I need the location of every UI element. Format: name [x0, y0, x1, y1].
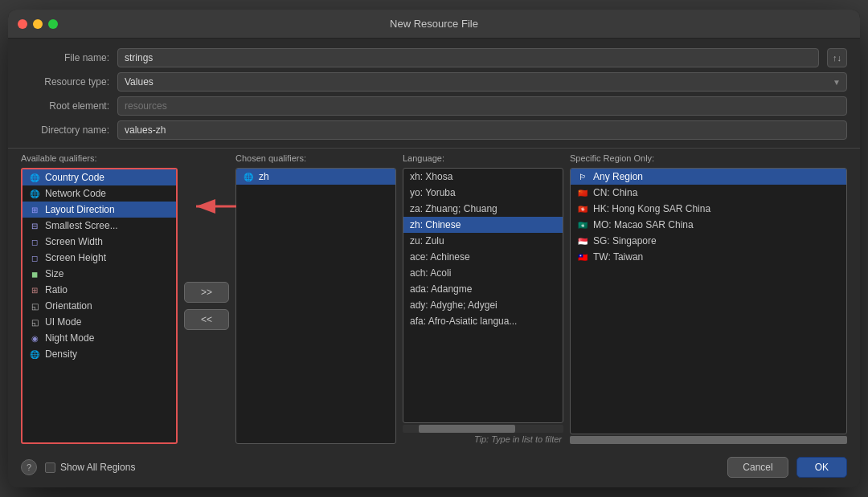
traffic-lights [18, 19, 58, 29]
file-name-label: File name: [21, 52, 109, 63]
language-item[interactable]: zh: Chinese [403, 217, 563, 233]
minimize-button[interactable] [33, 19, 43, 29]
list-item-label: Screen Height [45, 252, 106, 263]
language-panel: Language: xh: Xhosa yo: Yoruba za: Zhuan… [403, 152, 563, 444]
chosen-qualifier-label: zh [259, 171, 269, 182]
form-area: File name: ↑↓ Resource type: Values ▼ Ro… [8, 39, 860, 145]
language-scrollbar[interactable] [403, 425, 563, 433]
ok-button[interactable]: OK [796, 457, 847, 478]
list-item-label: Network Code [45, 188, 106, 199]
flag-icon: 🇨🇳 [577, 187, 588, 198]
list-item-label: Smallest Scree... [45, 220, 118, 231]
cancel-button[interactable]: Cancel [727, 457, 788, 478]
language-item[interactable]: ada: Adangme [403, 281, 563, 297]
flag-icon: 🇸🇬 [577, 235, 588, 246]
language-item[interactable]: za: Zhuang; Chuang [403, 201, 563, 217]
root-element-input[interactable] [117, 96, 847, 116]
list-item-label: Size [45, 268, 63, 279]
divider [8, 148, 860, 149]
resource-type-select-wrapper: Values ▼ [117, 72, 847, 92]
ui-mode-icon: ◱ [29, 316, 40, 328]
list-item[interactable]: ◼ Size [23, 266, 176, 282]
resource-type-label: Resource type: [21, 76, 109, 88]
show-all-regions-label: Show All Regions [60, 462, 135, 473]
layout-icon: ⊞ [29, 204, 40, 215]
chosen-qualifier-item[interactable]: 🌐 zh [236, 169, 395, 185]
region-label: Any Region [593, 171, 643, 182]
show-all-row: Show All Regions [45, 462, 135, 473]
language-label: ach: Acoli [410, 267, 451, 279]
language-item[interactable]: ace: Achinese [403, 249, 563, 265]
chosen-qualifiers-panel: Chosen qualifiers: 🌐 zh [235, 152, 396, 444]
language-label: ace: Achinese [410, 251, 470, 263]
language-label: zh: Chinese [410, 219, 461, 230]
close-button[interactable] [18, 19, 27, 29]
region-list[interactable]: 🏳 Any Region 🇨🇳 CN: China 🇭🇰 HK: Hong Ko… [570, 168, 847, 434]
ratio-icon: ⊞ [29, 284, 40, 295]
language-item[interactable]: xh: Xhosa [403, 169, 563, 185]
language-scroll-thumb [419, 425, 515, 433]
region-label: HK: Hong Kong SAR China [593, 203, 710, 214]
list-item[interactable]: ◻ Screen Width [23, 234, 176, 250]
list-item-label: UI Mode [45, 316, 81, 328]
list-item-label: Density [45, 348, 77, 360]
list-item[interactable]: ⊟ Smallest Scree... [23, 218, 176, 234]
language-header: Language: [403, 152, 563, 165]
region-item[interactable]: 🇸🇬 SG: Singapore [571, 233, 846, 249]
list-item[interactable]: ◱ Orientation [23, 298, 176, 314]
list-item[interactable]: 🌐 Country Code [23, 169, 176, 185]
region-item[interactable]: 🏳 Any Region [571, 169, 846, 185]
orientation-icon: ◱ [29, 300, 40, 312]
directory-name-row: Directory name: [21, 120, 847, 140]
region-item[interactable]: 🇹🇼 TW: Taiwan [571, 249, 846, 265]
screen-height-icon: ◻ [29, 252, 40, 263]
language-list[interactable]: xh: Xhosa yo: Yoruba za: Zhuang; Chuang … [403, 168, 563, 423]
add-qualifier-button[interactable]: >> [184, 282, 229, 303]
language-item[interactable]: ach: Acoli [403, 265, 563, 281]
list-item[interactable]: ⊞ Ratio [23, 282, 176, 298]
resource-type-select[interactable]: Values [117, 72, 847, 92]
list-item-label: Layout Direction [45, 204, 115, 215]
remove-qualifier-button[interactable]: << [184, 309, 229, 330]
language-label: za: Zhuang; Chuang [410, 203, 497, 214]
flag-icon: 🇹🇼 [577, 251, 588, 263]
available-qualifiers-header: Available qualifiers: [21, 152, 178, 165]
language-label: ada: Adangme [410, 283, 472, 295]
list-item[interactable]: ◉ Night Mode [23, 330, 176, 346]
directory-name-input[interactable] [117, 120, 847, 140]
list-item-label: Ratio [45, 284, 68, 295]
language-item[interactable]: afa: Afro-Asiatic langua... [403, 313, 563, 329]
help-button[interactable]: ? [21, 459, 37, 475]
arrows-panel: >> << [184, 152, 229, 444]
dialog-title: New Resource File [390, 18, 478, 30]
show-all-regions-checkbox[interactable] [45, 462, 55, 473]
list-item[interactable]: 🌐 Network Code [23, 185, 176, 202]
directory-name-label: Directory name: [21, 124, 109, 136]
available-qualifiers-list[interactable]: 🌐 Country Code 🌐 Network Code ⊞ Layout D… [21, 168, 178, 444]
region-item[interactable]: 🇨🇳 CN: China [571, 185, 846, 201]
language-item[interactable]: yo: Yoruba [403, 185, 563, 201]
region-scrollbar[interactable] [570, 436, 847, 444]
chosen-qualifiers-header: Chosen qualifiers: [235, 152, 396, 165]
bottom-buttons: Cancel OK [727, 457, 847, 478]
region-item[interactable]: 🇲🇴 MO: Macao SAR China [571, 217, 846, 233]
density-icon: 🌐 [29, 348, 40, 360]
list-item-label: Country Code [45, 172, 104, 183]
language-item[interactable]: ady: Adyghe; Adygei [403, 297, 563, 313]
globe-icon: 🌐 [29, 172, 40, 183]
root-element-label: Root element: [21, 100, 109, 112]
language-item[interactable]: zu: Zulu [403, 233, 563, 249]
maximize-button[interactable] [48, 19, 58, 29]
list-item[interactable]: 🌐 Density [23, 346, 176, 362]
list-item-label: Screen Width [45, 236, 103, 247]
sort-button[interactable]: ↑↓ [827, 48, 847, 67]
file-name-input[interactable] [117, 48, 819, 67]
list-item[interactable]: ◻ Screen Height [23, 250, 176, 266]
available-qualifiers-panel: Available qualifiers: 🌐 Country Code 🌐 N… [21, 152, 178, 444]
list-item[interactable]: ◱ UI Mode [23, 314, 176, 330]
region-item[interactable]: 🇭🇰 HK: Hong Kong SAR China [571, 201, 846, 217]
red-arrow-indicator [180, 182, 244, 222]
chosen-qualifiers-list[interactable]: 🌐 zh [235, 168, 396, 444]
list-item[interactable]: ⊞ Layout Direction [23, 202, 176, 218]
screen-icon: ⊟ [29, 220, 40, 231]
